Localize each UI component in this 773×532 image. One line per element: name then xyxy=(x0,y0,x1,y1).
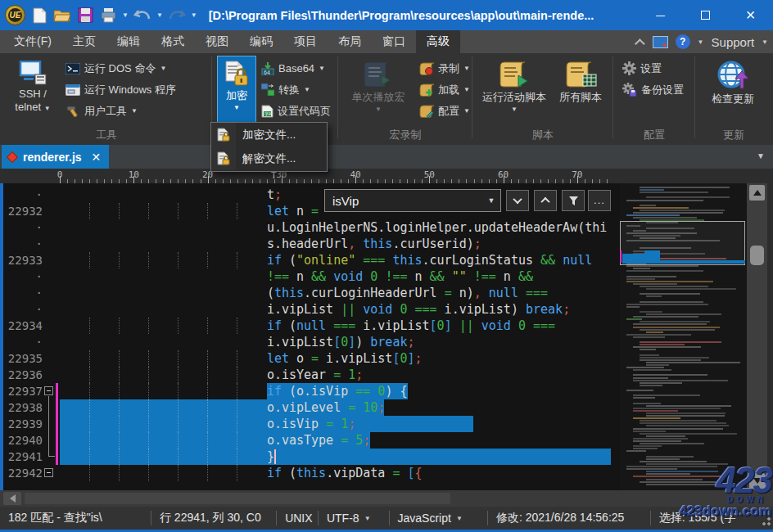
find-history-caret-icon[interactable]: ▼ xyxy=(482,196,500,205)
fold-collapse-icon[interactable] xyxy=(44,468,53,477)
find-previous-button[interactable] xyxy=(534,190,557,211)
fold-collapse-icon[interactable] xyxy=(44,386,53,395)
all-scripts-button[interactable]: 所有脚本 xyxy=(554,56,608,105)
help-dropdown-caret[interactable]: ▼ xyxy=(698,38,704,46)
app-logo-icon[interactable]: UE xyxy=(5,5,25,25)
minimap-line xyxy=(626,466,717,467)
code-line-22937[interactable]: if (o.isVip == 0) {22937 xyxy=(0,383,620,399)
code-editor[interactable]: t;· let n =22932 u.LoginHelperNS.loginHe… xyxy=(0,183,773,490)
vertical-scrollbar-thumb[interactable] xyxy=(750,246,764,265)
code-line-22934[interactable]: if (null === i.vipList[0] || void 0 ===2… xyxy=(0,318,620,334)
menu-item-decrypt-file[interactable]: 解密文件... xyxy=(211,147,327,170)
help-icon[interactable]: ? xyxy=(676,34,690,49)
minimap-line xyxy=(640,301,703,303)
tab-close-icon[interactable]: ✕ xyxy=(92,151,102,164)
horizontal-scrollbar-thumb[interactable] xyxy=(25,493,450,504)
set-codepage-button[interactable]: 字A 设置代码页 xyxy=(261,101,331,121)
scroll-down-button[interactable] xyxy=(749,473,765,489)
code-line-wrap[interactable]: i.vipList || void 0 === i.vipList) break… xyxy=(0,301,620,318)
collapse-ribbon-icon[interactable] xyxy=(635,38,645,49)
undo-icon[interactable] xyxy=(133,7,151,25)
code-line-wrap[interactable]: s.headerUrl, this.curUserid);· xyxy=(0,236,620,252)
minimap[interactable] xyxy=(620,183,747,490)
run-active-script-button[interactable]: 运行活动脚本 ▼ xyxy=(477,56,552,114)
open-folder-icon[interactable] xyxy=(53,7,71,25)
print-icon[interactable] xyxy=(99,7,117,25)
horizontal-scrollbar[interactable] xyxy=(0,490,773,507)
scroll-up-button[interactable] xyxy=(749,185,765,201)
menu-item-5[interactable]: 编码 xyxy=(239,30,283,53)
menu-item-encrypt-file[interactable]: 加密文件... xyxy=(211,123,327,147)
minimize-button[interactable]: ─ xyxy=(638,0,683,30)
run-windows-program-button[interactable]: 运行 Windows 程序 xyxy=(66,79,176,100)
print-dropdown-caret[interactable]: ▼ xyxy=(122,11,129,19)
status-segment-3[interactable]: UTF-8▼ xyxy=(319,512,389,525)
menu-item-9[interactable]: 高级 xyxy=(416,30,460,53)
minimap-line xyxy=(646,471,718,472)
ssh-telnet-button[interactable]: SSH /telnet ▼ xyxy=(7,56,59,116)
indent-guide xyxy=(119,383,120,399)
indent-guide xyxy=(89,449,90,465)
record-macro-button[interactable]: 录制▼ xyxy=(419,58,470,79)
minimap-line xyxy=(626,278,655,280)
code-line-22939[interactable]: o.isVip = 1;22939 xyxy=(0,416,620,432)
vertical-scrollbar[interactable] xyxy=(747,183,767,490)
backup-settings-button[interactable]: 备份设置 xyxy=(622,79,684,100)
code-line-22942[interactable]: if (this.vipData = [{22942 xyxy=(0,465,620,481)
indent-guide xyxy=(237,318,237,334)
convert-button[interactable]: 转换▼ xyxy=(261,79,310,100)
code-line-wrap[interactable]: i.vipList[0]) break;· xyxy=(0,334,620,350)
layout-icon[interactable] xyxy=(653,36,668,48)
menu-item-2[interactable]: 编辑 xyxy=(106,30,151,53)
menu-item-3[interactable]: 格式 xyxy=(151,30,195,53)
support-dropdown-caret[interactable]: ▼ xyxy=(762,38,768,46)
menu-item-1[interactable]: 主页 xyxy=(62,30,106,53)
find-input[interactable]: isVip ▼ xyxy=(324,189,501,212)
menu-item-8[interactable]: 窗口 xyxy=(372,30,416,53)
code-line-22933[interactable]: if ("online" === this.curLoginStatus && … xyxy=(0,252,620,268)
base64-button[interactable]: 64 Base64▼ xyxy=(261,58,325,79)
find-next-button[interactable] xyxy=(506,190,529,211)
find-filter-button[interactable] xyxy=(562,190,585,211)
new-file-icon[interactable] xyxy=(30,7,48,25)
indent-guide xyxy=(237,399,237,416)
find-options-button[interactable]: ... xyxy=(588,190,611,211)
close-button[interactable]: × xyxy=(728,0,773,30)
load-macro-button[interactable]: 加载▼ xyxy=(419,79,470,100)
code-line-wrap[interactable]: (this.curLoginHeaderUrl = n), null ===· xyxy=(0,285,620,301)
tab-list-dropdown-icon[interactable]: ▼ xyxy=(757,151,765,160)
menu-item-0[interactable]: 文件(F) xyxy=(3,30,62,53)
save-icon[interactable] xyxy=(76,7,94,25)
menu-item-6[interactable]: 项目 xyxy=(283,30,328,53)
minimap-line xyxy=(633,327,720,328)
ruler-tick xyxy=(504,176,504,183)
undo-dropdown-caret[interactable]: ▼ xyxy=(156,11,163,19)
settings-button[interactable]: 设置 xyxy=(622,58,662,79)
status-segment-4[interactable]: JavaScript▼ xyxy=(390,512,487,525)
resize-grip[interactable] xyxy=(760,516,771,528)
toolbar-customize-caret[interactable]: ▼ xyxy=(191,11,197,19)
indent-guide xyxy=(207,432,208,449)
run-dos-command-button[interactable]: 运行 DOS 命令▼ xyxy=(66,58,166,79)
code-line-22935[interactable]: let o = i.vipList[0];22935 xyxy=(0,350,620,367)
code-line-wrap[interactable]: !== n && void 0 !== n && "" !== n &&· xyxy=(0,268,620,285)
encrypt-button[interactable]: 加密 ▼ xyxy=(217,56,256,124)
code-line-22940[interactable]: o.vasType = 5;22940 xyxy=(0,432,620,449)
dropdown-caret-icon[interactable]: ▼ xyxy=(364,515,371,522)
minimap-line xyxy=(640,422,726,424)
tab-renderer-js[interactable]: renderer.js ✕ xyxy=(2,145,109,169)
dropdown-caret-icon[interactable]: ▼ xyxy=(456,515,463,522)
support-menu[interactable]: Support xyxy=(712,35,755,49)
user-tools-button[interactable]: 用户工具▼ xyxy=(66,101,138,121)
configure-macro-button[interactable]: 配置▼ xyxy=(419,101,470,121)
scroll-left-button[interactable] xyxy=(3,492,21,505)
maximize-button[interactable] xyxy=(683,0,728,30)
code-line-22941[interactable]: }22941 xyxy=(0,449,620,465)
code-line-wrap[interactable]: u.LoginHelperNS.loginHelper.updateHeader… xyxy=(0,219,620,236)
group-label-macro: 宏录制 xyxy=(341,128,470,142)
code-line-22938[interactable]: o.vipLevel = 10;22938 xyxy=(0,399,620,416)
menu-item-7[interactable]: 布局 xyxy=(328,30,372,53)
check-update-button[interactable]: 检查更新 xyxy=(699,56,766,106)
menu-item-4[interactable]: 视图 xyxy=(195,30,239,53)
code-line-22936[interactable]: o.isYear = 1;22936 xyxy=(0,367,620,383)
